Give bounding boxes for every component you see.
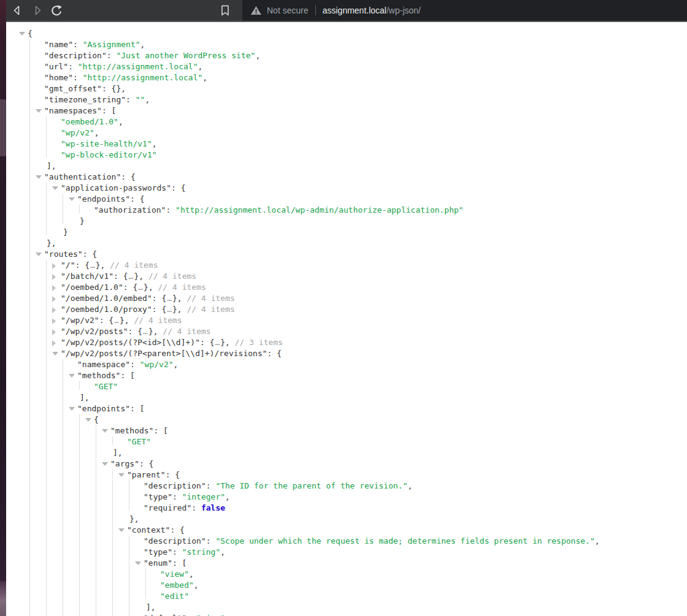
json-key: "/wp/v2/posts" <box>61 327 128 336</box>
json-line: "type": "string", <box>6 547 687 558</box>
json-line: "type": "integer", <box>6 492 687 503</box>
desktop-edge-strip <box>0 0 6 616</box>
json-line: "embed", <box>6 580 687 591</box>
bookmark-button[interactable] <box>218 3 232 18</box>
collapse-toggle-icon[interactable] <box>19 32 25 36</box>
json-punctuation: : [ <box>130 404 144 413</box>
json-string-value: "embed" <box>160 580 194 590</box>
json-key: "context" <box>127 525 170 534</box>
json-string-value: "string" <box>182 547 221 557</box>
back-button[interactable] <box>10 3 25 18</box>
reload-icon <box>50 4 63 17</box>
json-line: "timezone_string": "", <box>6 94 687 105</box>
collapse-toggle-icon[interactable] <box>135 561 141 565</box>
json-punctuation: , <box>407 481 412 490</box>
json-line: } <box>6 227 687 238</box>
item-count-comment: // 4 items <box>144 272 196 281</box>
collapse-toggle-icon[interactable] <box>102 462 108 466</box>
json-line: "home": "http://assignment.local", <box>6 72 687 83</box>
expand-toggle-icon[interactable] <box>52 307 56 313</box>
collapse-toggle-icon[interactable] <box>52 186 58 190</box>
expand-toggle-icon[interactable] <box>52 340 56 346</box>
json-key: "description" <box>144 536 206 546</box>
url-separator <box>315 6 316 15</box>
json-line: "wp/v2", <box>6 127 687 139</box>
json-punctuation: { <box>210 338 215 347</box>
forward-arrow-icon <box>31 4 44 17</box>
indent-guide-line <box>46 183 47 235</box>
address-bar[interactable]: Not secure assignment.local /wp-json/ <box>242 0 687 21</box>
expand-toggle-icon[interactable] <box>52 296 56 302</box>
collapse-toggle-icon[interactable] <box>36 109 42 113</box>
expand-toggle-icon[interactable] <box>52 263 56 269</box>
json-punctuation: : <box>123 283 133 292</box>
expand-toggle-icon[interactable] <box>52 274 56 280</box>
json-collapsed-row: "/wp/v2/posts/(?P<id>[\\d]+)": {…}, // 3… <box>6 337 687 348</box>
expand-toggle-icon[interactable] <box>52 318 56 324</box>
expand-toggle-icon[interactable] <box>52 285 56 291</box>
collapsed-ellipsis: … <box>167 294 172 303</box>
json-punctuation: } <box>63 227 68 237</box>
bookmark-icon <box>220 4 230 17</box>
expand-toggle-icon[interactable] <box>52 329 56 335</box>
json-punctuation: { <box>109 316 113 325</box>
json-punctuation: { <box>161 294 166 303</box>
json-key: "/batch/v1" <box>61 272 113 281</box>
indent-guide-line <box>79 205 80 213</box>
json-punctuation: }, <box>96 260 106 270</box>
json-line: "GET" <box>6 381 687 392</box>
json-punctuation: : { <box>121 172 135 181</box>
collapse-toggle-icon[interactable] <box>102 429 108 433</box>
json-string-value: "view" <box>196 614 225 616</box>
json-string-value: "http://assignment.local" <box>78 62 198 71</box>
json-key: "description" <box>144 481 206 490</box>
json-line: "wp-block-editor/v1" <box>6 150 687 161</box>
json-punctuation: : <box>186 614 196 616</box>
collapse-toggle-icon[interactable] <box>69 197 75 201</box>
json-key: "timezone_string" <box>44 95 126 104</box>
json-string-value: "view" <box>160 569 189 579</box>
collapse-toggle-icon[interactable] <box>118 473 125 477</box>
json-punctuation: : <box>166 205 175 215</box>
json-string-value: "GET" <box>94 382 118 391</box>
json-line: "args": { <box>6 458 687 470</box>
indent-guide-line <box>63 194 63 224</box>
json-punctuation: : <box>152 294 162 303</box>
json-key: "authorization" <box>94 205 166 215</box>
json-string-value: "GET" <box>127 437 151 446</box>
url-host: assignment.local <box>323 6 386 15</box>
json-string-value: "wp/v2" <box>140 360 174 369</box>
collapse-toggle-icon[interactable] <box>118 528 125 532</box>
item-count-comment: // 4 items <box>129 316 182 325</box>
collapsed-ellipsis: … <box>215 338 220 347</box>
json-line: ], <box>6 447 687 458</box>
json-punctuation: : { <box>139 459 153 468</box>
json-punctuation: , <box>140 40 145 49</box>
json-punctuation: : <box>75 260 85 270</box>
item-count-comment: // 4 items <box>153 283 206 292</box>
json-punctuation: : <box>200 338 210 347</box>
json-key: "authentication" <box>44 172 121 181</box>
collapse-toggle-icon[interactable] <box>36 175 42 179</box>
collapse-toggle-icon[interactable] <box>85 418 91 422</box>
json-punctuation: : <box>130 360 140 369</box>
json-punctuation: : <box>206 481 216 490</box>
json-punctuation: : <box>73 40 83 49</box>
collapsed-ellipsis: … <box>90 260 95 270</box>
json-punctuation: : [ <box>120 371 134 380</box>
collapse-toggle-icon[interactable] <box>69 374 75 378</box>
json-viewer: {"name": "Assignment","description": "Ju… <box>6 22 687 616</box>
collapse-toggle-icon[interactable] <box>36 253 42 256</box>
reload-button[interactable] <box>49 3 64 18</box>
json-line: "parent": { <box>6 470 687 481</box>
json-punctuation: : <box>107 51 117 60</box>
json-punctuation: , <box>94 128 99 137</box>
forward-button[interactable] <box>30 3 45 18</box>
json-punctuation: : [ <box>102 106 116 115</box>
collapse-toggle-icon[interactable] <box>52 352 58 356</box>
json-punctuation: }, <box>144 283 153 292</box>
collapse-toggle-icon[interactable] <box>69 407 75 411</box>
json-string-value: "wp-block-editor/v1" <box>61 150 157 159</box>
json-line: "edit" <box>6 591 687 602</box>
json-punctuation: , <box>595 536 600 546</box>
